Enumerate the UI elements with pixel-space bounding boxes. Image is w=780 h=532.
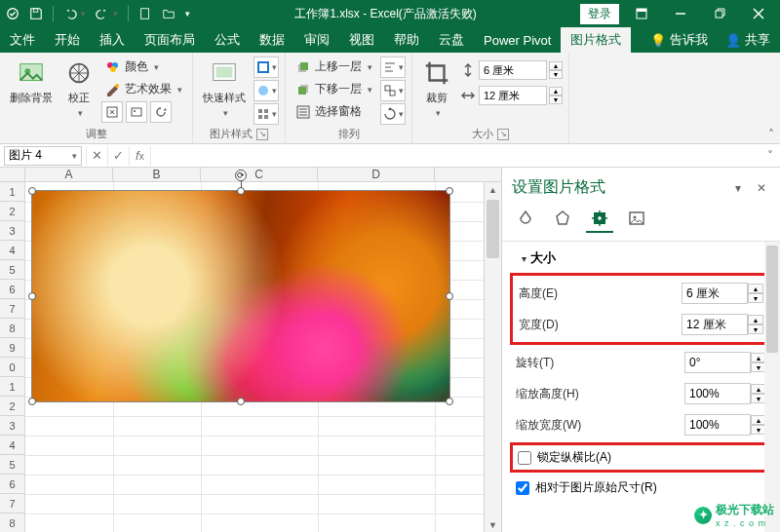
share-button[interactable]: 👤 共享 — [716, 31, 780, 49]
name-box[interactable]: 图片 4 ▾ — [4, 146, 82, 166]
task-pane-options-icon[interactable]: ▾ — [729, 179, 747, 197]
save-icon[interactable] — [27, 5, 45, 22]
scroll-down-icon[interactable]: ▼ — [485, 517, 501, 532]
fp-section-size-header[interactable]: ▾ 大小 — [510, 242, 772, 271]
tab-file[interactable]: 文件 — [0, 27, 45, 53]
send-backward-button[interactable]: 下移一层 — [292, 79, 376, 99]
fp-height-up[interactable]: ▲ — [748, 284, 763, 293]
col-header-c[interactable]: C — [201, 168, 318, 181]
tab-review[interactable]: 审阅 — [294, 27, 339, 53]
row-header[interactable]: 4 — [0, 241, 24, 260]
align-icon[interactable] — [380, 57, 406, 78]
picture-layout-icon[interactable] — [254, 103, 279, 125]
fx-icon[interactable]: fx — [129, 146, 150, 166]
tab-picture-format[interactable]: 图片格式 — [561, 27, 631, 53]
row-header[interactable]: 3 — [0, 416, 24, 436]
row-header[interactable]: 1 — [0, 377, 24, 397]
row-header[interactable]: 0 — [0, 358, 24, 377]
row-header[interactable]: 8 — [0, 319, 24, 338]
artistic-effects-button[interactable]: 艺术效果 — [101, 79, 186, 99]
fp-scale-w-input[interactable] — [684, 414, 751, 436]
open-file-icon[interactable] — [160, 5, 177, 22]
ribbon-width-input[interactable] — [479, 86, 547, 105]
name-box-caret-icon[interactable]: ▾ — [72, 151, 77, 161]
redo-button[interactable] — [94, 5, 120, 22]
fp-tab-size-properties[interactable] — [586, 206, 613, 233]
resize-handle-r[interactable] — [446, 292, 453, 300]
fp-width-input[interactable] — [682, 314, 748, 335]
select-all-corner[interactable] — [0, 168, 25, 181]
styles-dialog-launcher[interactable]: ↘ — [256, 129, 268, 140]
row-header[interactable]: 4 — [0, 436, 24, 455]
remove-background-button[interactable]: 删除背景 — [6, 57, 57, 107]
row-header[interactable]: 6 — [0, 475, 24, 494]
tab-cloud[interactable]: 云盘 — [429, 27, 474, 53]
row-header[interactable]: 7 — [0, 494, 24, 513]
resize-handle-l[interactable] — [28, 292, 36, 300]
fp-width-down[interactable]: ▼ — [748, 324, 763, 334]
cell-grid[interactable]: ⟳ — [25, 182, 484, 532]
row-header[interactable]: 5 — [0, 260, 24, 280]
resize-handle-br[interactable] — [446, 398, 453, 405]
row-header[interactable]: 8 — [0, 513, 24, 532]
row-header[interactable]: 5 — [0, 455, 24, 475]
compress-pictures-icon[interactable] — [101, 101, 123, 123]
selection-pane-button[interactable]: 选择窗格 — [292, 101, 376, 122]
picture-effects-icon[interactable] — [254, 80, 279, 101]
ribbon-height-input[interactable] — [479, 60, 547, 80]
rotate-handle[interactable]: ⟳ — [235, 170, 247, 181]
group-icon[interactable] — [380, 80, 406, 101]
row-header[interactable]: 2 — [0, 202, 24, 221]
quick-styles-button[interactable]: 快速样式 — [199, 57, 250, 120]
fp-rotation-input[interactable] — [684, 352, 751, 373]
minimize-button[interactable] — [663, 0, 698, 27]
picture-border-icon[interactable] — [254, 57, 279, 78]
resize-handle-tl[interactable] — [28, 187, 36, 195]
tab-home[interactable]: 开始 — [45, 27, 90, 53]
col-header-b[interactable]: B — [113, 168, 201, 181]
scroll-up-icon[interactable]: ▲ — [485, 182, 501, 198]
fp-tab-effects[interactable] — [549, 206, 576, 233]
close-pane-icon[interactable]: ✕ — [753, 179, 770, 197]
undo-button[interactable] — [61, 5, 88, 22]
col-header-d[interactable]: D — [318, 168, 435, 181]
fp-relative-original-checkbox[interactable] — [516, 481, 529, 495]
fp-tab-fill-line[interactable] — [512, 206, 539, 233]
ribbon-width-down[interactable]: ▼ — [549, 95, 563, 104]
bring-forward-button[interactable]: 上移一层 — [292, 57, 376, 77]
fp-width-up[interactable]: ▲ — [748, 315, 763, 324]
row-header[interactable]: 6 — [0, 280, 24, 299]
row-header[interactable]: 3 — [0, 221, 24, 241]
corrections-button[interactable]: 校正 — [60, 57, 98, 120]
resize-handle-tr[interactable] — [446, 187, 453, 195]
tab-view[interactable]: 视图 — [339, 27, 384, 53]
fp-tab-picture[interactable] — [623, 206, 650, 233]
tab-page-layout[interactable]: 页面布局 — [135, 27, 205, 53]
tell-me-search[interactable]: 💡 告诉我 — [643, 31, 716, 49]
vertical-scrollbar[interactable]: ▲ ▼ — [484, 182, 501, 532]
restore-button[interactable] — [702, 0, 737, 27]
tab-power-pivot[interactable]: Power Pivot — [474, 27, 561, 53]
login-button[interactable]: 登录 — [579, 3, 620, 25]
cancel-formula-icon[interactable]: ✕ — [86, 146, 107, 166]
tab-data[interactable]: 数据 — [250, 27, 294, 53]
qat-customize-icon[interactable]: ▾ — [183, 7, 192, 20]
resize-handle-bl[interactable] — [28, 398, 36, 405]
fp-scrollbar[interactable] — [764, 242, 780, 532]
row-header[interactable]: 7 — [0, 299, 24, 319]
tab-help[interactable]: 帮助 — [384, 27, 429, 53]
row-header[interactable]: 2 — [0, 397, 24, 416]
col-header-a[interactable]: A — [25, 168, 113, 181]
resize-handle-t[interactable] — [237, 187, 245, 195]
fp-scroll-thumb[interactable] — [766, 246, 778, 353]
collapse-ribbon-icon[interactable]: ˄ — [762, 126, 780, 143]
enter-formula-icon[interactable]: ✓ — [107, 146, 129, 166]
tab-formulas[interactable]: 公式 — [205, 27, 250, 53]
row-header[interactable]: 1 — [0, 182, 24, 202]
size-dialog-launcher[interactable]: ↘ — [497, 129, 509, 140]
fp-scale-h-input[interactable] — [684, 383, 751, 404]
autosave-toggle[interactable] — [4, 5, 21, 22]
change-picture-icon[interactable] — [126, 101, 147, 123]
fp-height-down[interactable]: ▼ — [748, 293, 763, 303]
fp-lock-aspect-checkbox[interactable] — [518, 451, 531, 465]
